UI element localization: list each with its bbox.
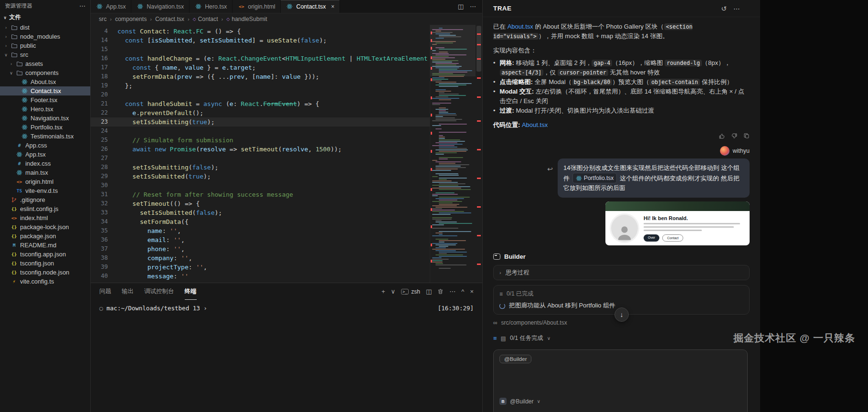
- maximize-panel-icon[interactable]: ^: [461, 288, 464, 295]
- tab-origin.html[interactable]: <>origin.html: [233, 0, 281, 13]
- panel-more-icon[interactable]: ⋯: [733, 5, 740, 12]
- close-panel-icon[interactable]: ×: [470, 288, 474, 295]
- code-line-36[interactable]: 36 email: '',: [91, 235, 430, 244]
- code-line-17[interactable]: 17 const { name, value } = e.target;: [91, 63, 430, 72]
- shell-indicator[interactable]: >_ zsh: [401, 288, 420, 295]
- terminal-tab-终端[interactable]: 终端: [185, 283, 197, 300]
- thumbs-up-icon[interactable]: [719, 133, 725, 139]
- tree-item-public[interactable]: ›public: [0, 41, 90, 50]
- kill-terminal-icon[interactable]: [437, 288, 444, 295]
- code-line-24[interactable]: 24: [91, 127, 430, 136]
- scroll-to-bottom-button[interactable]: ↓: [614, 307, 629, 322]
- tree-item-main.tsx[interactable]: main.tsx: [0, 168, 90, 177]
- code-line-16[interactable]: 16 const handleChange = (e: React.Change…: [91, 54, 430, 63]
- quote-icon[interactable]: ↩: [547, 165, 553, 173]
- code-line-28[interactable]: 28 setIsSubmitting(false);: [91, 163, 430, 172]
- tab-Hero.tsx[interactable]: Hero.tsx: [190, 0, 233, 13]
- terminal-tab-问题[interactable]: 问题: [99, 283, 111, 300]
- tree-item-src[interactable]: ∨src: [0, 50, 90, 59]
- code-line-35[interactable]: 35 name: '',: [91, 226, 430, 235]
- code-line-22[interactable]: 22 e.preventDefault();: [91, 108, 430, 117]
- code-line-40[interactable]: 40 message: '': [91, 272, 430, 281]
- tree-item-About.tsx[interactable]: About.tsx: [0, 77, 90, 86]
- code-line-38[interactable]: 38 company: '',: [91, 254, 430, 263]
- code-line-14[interactable]: 14 const [isSubmitted, setIsSubmitted] =…: [91, 36, 430, 45]
- breadcrumb-item-Contact.tsx[interactable]: Contact.tsx: [155, 16, 184, 22]
- breadcrumb-item-Contact[interactable]: ◇Contact: [193, 16, 218, 22]
- tree-item-package-lock.json[interactable]: {}package-lock.json: [0, 222, 90, 232]
- tree-item-origin.html[interactable]: <>origin.html: [0, 177, 90, 186]
- agent-selector-label[interactable]: @Builder: [510, 398, 534, 405]
- terminal-tab-调试控制台[interactable]: 调试控制台: [144, 283, 174, 300]
- tree-item-assets[interactable]: ›assets: [0, 59, 90, 68]
- code-line-31[interactable]: 31 // Reset form after showing success m…: [91, 190, 430, 199]
- new-terminal-icon[interactable]: +: [381, 288, 385, 295]
- history-icon[interactable]: ↺: [721, 5, 727, 12]
- explorer-more-icon[interactable]: ⋯: [79, 2, 85, 10]
- code-line-15[interactable]: 15: [91, 45, 430, 54]
- breadcrumb-item-src[interactable]: src: [99, 16, 106, 22]
- minimap[interactable]: [430, 25, 476, 283]
- tab-App.tsx[interactable]: App.tsx: [91, 0, 131, 13]
- tree-item-App.tsx[interactable]: App.tsx: [0, 150, 90, 159]
- tree-item-Navigation.tsx[interactable]: Navigation.tsx: [0, 114, 90, 123]
- tree-item-tsconfig.json[interactable]: {}tsconfig.json: [0, 259, 90, 268]
- thinking-section[interactable]: › 思考过程: [493, 265, 750, 280]
- breadcrumb-item-handleSubmit[interactable]: ◇handleSubmit: [226, 16, 267, 22]
- code-line-29[interactable]: 29 setIsSubmitted(true);: [91, 172, 430, 181]
- copy-icon[interactable]: [743, 133, 750, 139]
- tree-item-Footer.tsx[interactable]: Footer.tsx: [0, 95, 90, 105]
- code-line-26[interactable]: 26 await new Promise(resolve => setTimeo…: [91, 145, 430, 154]
- tree-item-components[interactable]: ∨components: [0, 68, 90, 77]
- chat-input[interactable]: @Builder B @Builder ∨: [493, 349, 748, 412]
- tab-Contact.tsx[interactable]: Contact.tsx×: [281, 0, 340, 13]
- code-line-23[interactable]: 23 setIsSubmitting(true);: [91, 117, 430, 127]
- code-line-4[interactable]: 4const Contact: React.FC = () => {: [91, 27, 430, 36]
- tree-item-tsconfig.node.json[interactable]: {}tsconfig.node.json: [0, 268, 90, 277]
- file-chip-Portfolio.tsx[interactable]: Portfolio.tsx: [572, 173, 617, 183]
- tree-item-tsconfig.app.json[interactable]: {}tsconfig.app.json: [0, 250, 90, 259]
- close-icon[interactable]: ×: [331, 3, 334, 10]
- terminal-dropdown-icon[interactable]: ∨: [391, 288, 396, 295]
- tree-item-vite-env.d.ts[interactable]: TSvite-env.d.ts: [0, 186, 90, 195]
- context-chip-builder[interactable]: @Builder: [499, 355, 531, 363]
- tree-item-index.css[interactable]: #index.css: [0, 159, 90, 168]
- tree-item-.gitignore[interactable]: .gitignore: [0, 195, 90, 204]
- tab-Navigation.tsx[interactable]: Navigation.tsx: [131, 0, 190, 13]
- overview-ruler[interactable]: [476, 25, 482, 283]
- terminal-prompt[interactable]: ○ mac:~/Downloads/testbed 13 ›: [99, 305, 474, 312]
- file-link[interactable]: About.tsx: [508, 23, 533, 30]
- attached-image[interactable]: Hi! Ik ben Ronald. Over Contact: [605, 201, 750, 245]
- split-editor-icon[interactable]: ◫: [458, 3, 464, 10]
- code-line-25[interactable]: 25 // Simulate form submission: [91, 136, 430, 145]
- tree-item-vite.config.ts[interactable]: ⚡vite.config.ts: [0, 277, 90, 286]
- tree-item-dist[interactable]: ›dist: [0, 23, 90, 32]
- code-line-27[interactable]: 27: [91, 154, 430, 163]
- split-terminal-icon[interactable]: ◫: [426, 288, 432, 295]
- code-line-34[interactable]: 34 setFormData({: [91, 217, 430, 226]
- tree-item-index.html[interactable]: <>index.html: [0, 213, 90, 222]
- editor-more-icon[interactable]: ⋯: [470, 3, 476, 10]
- file-link[interactable]: About.tsx: [522, 121, 548, 128]
- code-line-30[interactable]: 30: [91, 181, 430, 190]
- code-line-32[interactable]: 32 setTimeout(() => {: [91, 199, 430, 208]
- tree-item-Testimonials.tsx[interactable]: Testimonials.tsx: [0, 132, 90, 141]
- code-line-37[interactable]: 37 phone: '',: [91, 244, 430, 254]
- tree-item-App.css[interactable]: #App.css: [0, 141, 90, 150]
- breadcrumb-item-components[interactable]: components: [115, 16, 147, 22]
- tree-item-Contact.tsx[interactable]: Contact.tsx: [0, 86, 90, 95]
- code-line-33[interactable]: 33 setIsSubmitted(false);: [91, 208, 430, 217]
- code-line-39[interactable]: 39 projectType: '',: [91, 263, 430, 272]
- tree-item-node_modules[interactable]: ›node_modules: [0, 32, 90, 41]
- terminal-more-icon[interactable]: ⋯: [449, 288, 455, 295]
- explorer-section-files[interactable]: ∨ 文件: [0, 12, 90, 23]
- code-line-20[interactable]: 20: [91, 90, 430, 99]
- code-line-19[interactable]: 19 };: [91, 81, 430, 90]
- tree-item-Hero.tsx[interactable]: Hero.tsx: [0, 105, 90, 114]
- tree-item-Portfolio.tsx[interactable]: Portfolio.tsx: [0, 123, 90, 132]
- task-summary-bar[interactable]: ≡ ▤ 0/1 任务完成 ∨: [493, 334, 550, 342]
- code-line-21[interactable]: 21 const handleSubmit = async (e: React.…: [91, 99, 430, 108]
- tree-item-README.md[interactable]: MREADME.md: [0, 241, 90, 250]
- terminal-tab-输出[interactable]: 输出: [122, 283, 134, 300]
- tree-item-eslint.config.js[interactable]: {}eslint.config.js: [0, 204, 90, 213]
